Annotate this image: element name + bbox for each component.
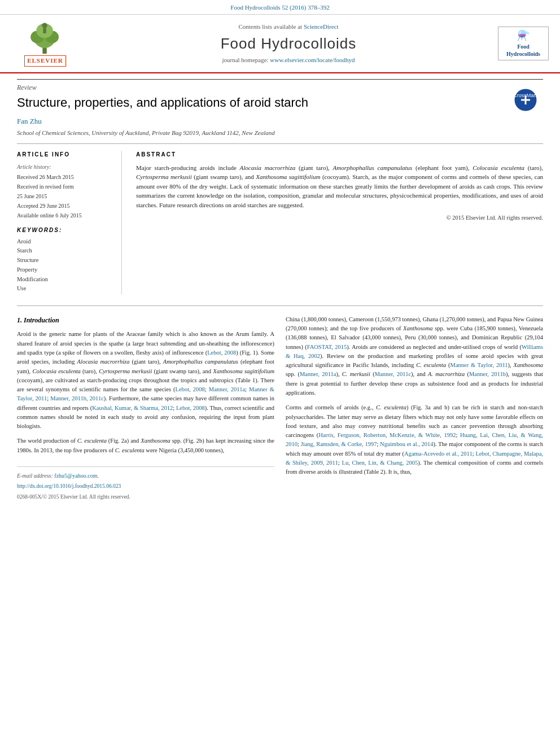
svg-point-5 [42,23,47,28]
keywords-heading: Keywords: [17,226,107,234]
section-divider [121,151,122,294]
doi-line: http://dx.doi.org/10.1016/j.foodhyd.2015… [17,482,274,491]
email-link[interactable]: fzhu5@yahoo.com. [54,473,99,479]
keyword-use: Use [17,285,107,293]
author-affiliation: School of Chemical Sciences, University … [17,129,543,137]
right-para1: China (1,800,000 tonnes), Cameroon (1,55… [286,315,543,397]
title-section: Structure, properties, and applications … [17,95,543,111]
available-date: Available online 6 July 2015 [17,212,107,220]
journal-citation-link[interactable]: Food Hydrocolloids 52 (2016) 378–392 [230,4,329,11]
journal-header: ELSEVIER Contents lists available at Sci… [0,15,560,73]
food-hydrocolloids-badge: ⚗️ FoodHydrocolloids [498,27,549,60]
faostat-ref[interactable]: FAOSTAT, 2015 [307,344,347,350]
manner-2011b-ref2[interactable]: Manner, 2011b [469,371,506,377]
agama-ref[interactable]: Agama-Acevedo et al., 2011 [404,451,473,457]
received-revised-label: Received in revised form [17,183,107,191]
email-label: E-mail address: [17,473,53,479]
journal-citation: Food Hydrocolloids 52 (2016) 378–392 [0,0,560,15]
elsevier-brand-text: ELSEVIER [24,55,66,66]
elsevier-tree-icon [23,20,68,54]
footer-section: E-mail address: fzhu5@yahoo.com. http://… [17,466,274,501]
intro-para1: Aroid is the generic name for plants of … [17,330,274,431]
journal-homepage-line: journal homepage: www.elsevier.com/locat… [85,56,492,64]
received-date: Received 26 March 2015 [17,173,107,181]
accepted-date: Accepted 29 June 2015 [17,202,107,210]
journal-badge: ⚗️ FoodHydrocolloids [498,27,549,60]
harris-ref[interactable]: Harris, Ferguson, Roberton, McKenzie, & … [318,432,456,438]
issn-copyright: 0268-005X/© 2015 Elsevier Ltd. All right… [17,493,274,501]
crossmark-badge[interactable]: CrossMark [514,88,537,115]
doi-link[interactable]: http://dx.doi.org/10.1016/j.foodhyd.2015… [17,483,121,489]
article-info-heading: Article info [17,151,107,159]
manner-2011a-ref2[interactable]: Manner, 2011a [300,371,336,377]
author-name: Fan Zhu [17,116,543,126]
main-content: Review Structure, properties, and applic… [0,73,560,513]
keyword-property: Property [17,266,107,274]
revised-date: 25 June 2015 [17,193,107,200]
article-history-label: Article history: [17,163,107,171]
journal-center: Contents lists available at ScienceDirec… [85,23,492,65]
crossmark-icon: CrossMark [514,88,537,112]
manner-2011a-ref[interactable]: Manner, 2011a [209,386,245,392]
jiang-ref[interactable]: Jiang, Ramsden, & Corke, 1997 [301,441,377,447]
abstract-text: Major starch-producing aroids include Al… [136,163,543,210]
journal-title: Food Hydrocolloids [85,33,492,54]
svg-rect-6 [43,28,46,33]
science-direct-notice: Contents lists available at ScienceDirec… [85,23,492,31]
badge-text: FoodHydrocolloids [502,43,545,58]
abstract-heading: Abstract [136,151,543,159]
right-column: China (1,800,000 tonnes), Cameroon (1,55… [286,315,543,501]
article-info-abstract: Article info Article history: Received 2… [17,143,543,294]
abstract-section: Abstract Major starch-producing aroids i… [136,151,543,294]
nguimbou-ref[interactable]: Nguimbou et al., 2014 [380,441,433,447]
manner-2011c-ref[interactable]: Manner, 2011c [375,371,411,377]
copyright-notice: © 2015 Elsevier Ltd. All rights reserved… [136,214,543,222]
homepage-link[interactable]: www.elsevier.com/locate/foodhyd [270,56,355,63]
email-note: E-mail address: fzhu5@yahoo.com. [17,471,274,480]
elsevier-logo: ELSEVIER [23,20,68,66]
keyword-structure: Structure [17,256,107,265]
keyword-aroid: Aroid [17,238,107,246]
right-para2: Corms and cormels of aroids (e.g., C. es… [286,403,543,477]
science-direct-link[interactable]: ScienceDirect [304,23,339,30]
keyword-modification: Modification [17,276,107,284]
lebot-2008-link[interactable]: Lebot, 2008 [207,350,236,356]
article-info-section: Article info Article history: Received 2… [17,151,107,294]
intro-para2: The world production of C. esculenta (Fi… [17,436,274,455]
main-body-columns: 1. Introduction Aroid is the generic nam… [17,305,543,501]
kaushal-ref[interactable]: Kaushal, Kumar, & Sharma, 2012 [92,405,173,411]
keyword-starch: Starch [17,247,107,255]
manner-taylor-2011-ref[interactable]: Manner & Taylor, 2011 [450,362,508,368]
article-title: Structure, properties, and applications … [17,95,543,111]
lebot-2008-ref[interactable]: Lebot, 2008 [176,386,205,392]
intro-heading: 1. Introduction [17,315,274,326]
keywords-section: Keywords: Aroid Starch Structure Propert… [17,226,107,293]
elsevier-logo-section: ELSEVIER [11,20,79,66]
left-column: 1. Introduction Aroid is the generic nam… [17,315,274,501]
article-type-label: Review [17,79,543,93]
lu-ref[interactable]: Lu, Chen, Lin, & Chang, 2005 [342,460,418,466]
badge-icon: ⚗️ [502,29,545,42]
manner-2011b-ref[interactable]: Manner, 2011b, 2011c [50,395,104,401]
lebot-2008-ref2[interactable]: Lebot, 2008 [176,405,205,411]
